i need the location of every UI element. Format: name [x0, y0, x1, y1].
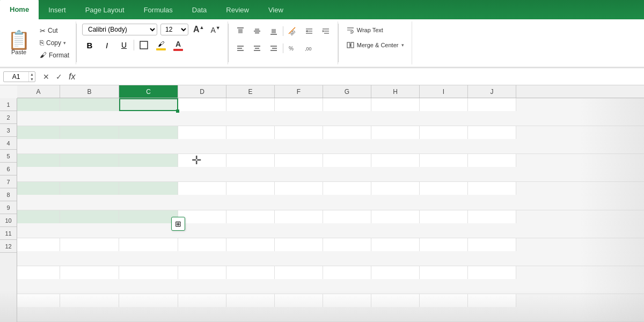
- cell-j8[interactable]: [468, 294, 516, 307]
- cell-j4[interactable]: [468, 182, 516, 195]
- formula-input[interactable]: [83, 72, 641, 80]
- merge-center-button[interactable]: Merge & Center ▾: [343, 39, 408, 52]
- cell-i1[interactable]: [420, 98, 468, 111]
- cell-c7[interactable]: [119, 266, 178, 279]
- col-header-d[interactable]: D: [178, 85, 226, 98]
- cell-f7[interactable]: [275, 266, 323, 279]
- cell-e6[interactable]: [226, 238, 275, 251]
- paste-indicator[interactable]: ⊞: [171, 217, 185, 231]
- cell-a3[interactable]: [17, 154, 60, 167]
- cell-a8[interactable]: [17, 294, 60, 307]
- tab-home[interactable]: Home: [0, 0, 39, 19]
- cell-f6[interactable]: [275, 238, 323, 251]
- cell-e7[interactable]: [226, 266, 275, 279]
- cell-h8[interactable]: [371, 294, 420, 307]
- cell-e5[interactable]: [226, 210, 275, 223]
- cell-g7[interactable]: [323, 266, 371, 279]
- wrap-text-button[interactable]: Wrap Text: [343, 24, 408, 36]
- cell-h7[interactable]: [371, 266, 420, 279]
- cell-i2[interactable]: [420, 126, 468, 139]
- text-direction-button[interactable]: ab: [285, 24, 300, 39]
- cell-i3[interactable]: [420, 154, 468, 167]
- tab-formulas[interactable]: Formulas: [134, 0, 182, 19]
- row-header-3[interactable]: 3: [0, 124, 17, 137]
- cell-h5[interactable]: [371, 210, 420, 223]
- tab-insert[interactable]: Insert: [39, 0, 76, 19]
- cell-ref-spin-down[interactable]: ▼: [29, 77, 35, 82]
- border-button[interactable]: [136, 38, 151, 53]
- cell-h6[interactable]: [371, 238, 420, 251]
- cell-b7[interactable]: [60, 266, 119, 279]
- cell-g1[interactable]: [323, 98, 371, 111]
- cell-d1[interactable]: [178, 98, 226, 111]
- col-header-i[interactable]: I: [420, 85, 468, 98]
- font-name-select[interactable]: Calibri (Body): [82, 24, 157, 35]
- cell-f1[interactable]: [275, 98, 323, 111]
- row-header-7[interactable]: 7: [0, 175, 17, 188]
- number-format-button[interactable]: %: [285, 41, 300, 56]
- cell-g5[interactable]: [323, 210, 371, 223]
- cell-d6[interactable]: [178, 238, 226, 251]
- row-header-2[interactable]: 2: [0, 111, 17, 124]
- formula-fx-button[interactable]: fx: [67, 71, 77, 83]
- row-header-6[interactable]: 6: [0, 163, 17, 175]
- underline-button[interactable]: U: [116, 38, 131, 53]
- cell-b5[interactable]: [60, 210, 119, 223]
- cell-f2[interactable]: [275, 126, 323, 139]
- cell-h2[interactable]: [371, 126, 420, 139]
- cell-ref-spin-up[interactable]: ▲: [29, 72, 35, 77]
- italic-button[interactable]: I: [99, 38, 114, 53]
- col-header-g[interactable]: G: [323, 85, 371, 98]
- cell-b3[interactable]: [60, 154, 119, 167]
- cell-d2[interactable]: [178, 126, 226, 139]
- cell-a1[interactable]: [17, 98, 60, 111]
- cell-a2[interactable]: [17, 126, 60, 139]
- font-size-select[interactable]: 12: [160, 24, 188, 35]
- cell-b4[interactable]: [60, 182, 119, 195]
- cell-d5[interactable]: [178, 210, 226, 223]
- cell-ref-input[interactable]: [4, 72, 28, 82]
- cell-b6[interactable]: [60, 238, 119, 251]
- tab-view[interactable]: View: [259, 0, 293, 19]
- cell-h1[interactable]: [371, 98, 420, 111]
- col-header-h[interactable]: H: [371, 85, 420, 98]
- cell-i5[interactable]: [420, 210, 468, 223]
- cut-button[interactable]: ✂ Cut: [36, 26, 72, 36]
- font-color-button[interactable]: A: [171, 38, 186, 53]
- cell-j7[interactable]: [468, 266, 516, 279]
- indent-increase-button[interactable]: [318, 24, 333, 39]
- formula-confirm-button[interactable]: ✓: [54, 71, 64, 82]
- align-bottom-button[interactable]: [266, 24, 281, 39]
- cell-d7[interactable]: [178, 266, 226, 279]
- thousands-separator-button[interactable]: ,00: [302, 41, 317, 56]
- cell-c2[interactable]: [119, 126, 178, 139]
- tab-review[interactable]: Review: [216, 0, 259, 19]
- cell-h4[interactable]: [371, 182, 420, 195]
- cell-j2[interactable]: [468, 126, 516, 139]
- cell-b2[interactable]: [60, 126, 119, 139]
- cell-j6[interactable]: [468, 238, 516, 251]
- row-header-4[interactable]: 4: [0, 137, 17, 150]
- cell-d8[interactable]: [178, 294, 226, 307]
- bold-button[interactable]: B: [82, 38, 97, 53]
- cell-g3[interactable]: [323, 154, 371, 167]
- cell-i8[interactable]: [420, 294, 468, 307]
- cell-g8[interactable]: [323, 294, 371, 307]
- cell-c6[interactable]: [119, 238, 178, 251]
- cell-b8[interactable]: [60, 294, 119, 307]
- row-header-9[interactable]: 9: [0, 201, 17, 214]
- indent-decrease-button[interactable]: [302, 24, 317, 39]
- cell-d4[interactable]: [178, 182, 226, 195]
- cell-c3[interactable]: [119, 154, 178, 167]
- font-size-increase-button[interactable]: A▲: [192, 24, 206, 35]
- cell-a4[interactable]: [17, 182, 60, 195]
- tab-page-layout[interactable]: Page Layout: [76, 0, 134, 19]
- cell-b1[interactable]: [60, 98, 119, 111]
- row-header-10[interactable]: 10: [0, 214, 17, 227]
- row-header-1[interactable]: 1: [0, 98, 17, 111]
- align-right-button[interactable]: [266, 41, 281, 56]
- cell-e3[interactable]: [226, 154, 275, 167]
- col-header-j[interactable]: J: [468, 85, 516, 98]
- copy-button[interactable]: ⎘ Copy ▾: [36, 38, 72, 48]
- cell-j3[interactable]: [468, 154, 516, 167]
